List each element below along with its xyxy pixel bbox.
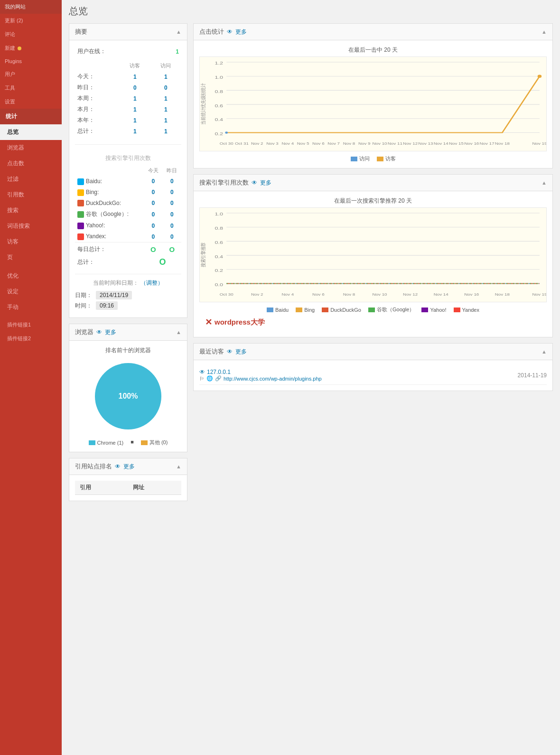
se-chart-body: 在最后一次搜索引擎推荐 20 天 1.0 0.8 0.6 0.4: [194, 191, 552, 337]
browser-collapse-button[interactable]: [176, 329, 181, 335]
sidebar-item-settings[interactable]: 设定: [0, 284, 62, 299]
sidebar-item-plugin-a[interactable]: 插件链接1: [0, 318, 62, 332]
svg-text:Nov 15: Nov 15: [449, 141, 464, 146]
sidebar-top-item-4[interactable]: 新建: [0, 41, 62, 55]
legend-box-yahoo: [421, 308, 428, 312]
se-row-baidu: Baidu: 0 0: [75, 176, 181, 187]
svg-text:Nov 11: Nov 11: [388, 141, 402, 146]
legend-label-bing: Bing: [304, 307, 315, 313]
sidebar-top-item-1[interactable]: 我的网站: [0, 0, 62, 14]
sidebar-item-visitors[interactable]: 访客: [0, 234, 62, 250]
clicks-chart-card: 点击统计 👁 更多 在最后一击中 20 天: [193, 23, 553, 168]
se-daily-today: O: [144, 242, 162, 256]
sidebar-item-filter[interactable]: 过滤: [0, 171, 62, 187]
visitors-collapse-button[interactable]: [541, 349, 547, 354]
sidebar-top-item-7[interactable]: 工具: [0, 81, 62, 95]
browser-title: 浏览器: [75, 328, 93, 336]
bing-icon: [77, 189, 84, 196]
svg-text:Nov 3: Nov 3: [266, 141, 279, 146]
summary-row-week: 本周： 1 1: [75, 93, 181, 104]
se-col-yesterday: 昨日: [163, 165, 181, 176]
clicks-chart-body: 在最后一击中 20 天 1.2 1.0 0.8 0.6: [194, 40, 552, 168]
referrer-table: 引用 网址: [75, 481, 181, 495]
sidebar-item-optimize[interactable]: 优化: [0, 268, 62, 284]
svg-text:Nov 4: Nov 4: [281, 141, 294, 146]
svg-text:Nov 13: Nov 13: [418, 141, 433, 146]
se-more-link[interactable]: 更多: [260, 179, 271, 187]
referrer-card-body: 引用 网址: [69, 475, 187, 501]
se-row-duckduckgo: DuckDuckGo: 0 0: [75, 198, 181, 209]
legend-box-baidu: [267, 308, 273, 312]
se-collapse-button[interactable]: [541, 180, 547, 186]
online-count: 1: [161, 46, 181, 57]
sidebar-item-search[interactable]: 搜索: [0, 203, 62, 218]
se-eye-icon: 👁: [252, 179, 257, 186]
clicks-chart-svg: 1.2 1.0 0.8 0.6 0.4 0.2 Oct 30: [199, 56, 547, 151]
se-col-today: 今天: [144, 165, 162, 176]
svg-text:当前统计优先级别统计: 当前统计优先级别统计: [200, 83, 206, 124]
sidebar-item-pages[interactable]: 页: [0, 250, 62, 265]
svg-text:Oct 30: Oct 30: [220, 292, 233, 297]
legend-yahoo: Yahoo!: [421, 306, 446, 313]
svg-text:Nov 14: Nov 14: [434, 292, 448, 297]
clicks-chart-subtitle: 在最后一击中 20 天: [199, 46, 547, 54]
sidebar-item-plugin-b[interactable]: 插件链接2: [0, 332, 62, 345]
sidebar-top-item-6[interactable]: 用户: [0, 67, 62, 81]
sidebar-item-clicks[interactable]: 点击数: [0, 156, 62, 171]
svg-point-13: [538, 75, 541, 78]
svg-text:Nov 19: Nov 19: [532, 292, 547, 297]
datetime-time-row: 时间： 09:16: [75, 301, 181, 310]
sidebar-section-stats: 统计: [0, 109, 62, 124]
summary-card-body: 用户在线： 1 访客 访问 今天： 1 1: [69, 40, 187, 317]
sidebar-item-manual[interactable]: 手动: [0, 299, 62, 315]
svg-text:0.2: 0.2: [215, 131, 224, 136]
svg-text:Nov 8: Nov 8: [343, 292, 355, 297]
se-total-val: O: [144, 255, 181, 269]
main-content: 总览 摘要 用户在线： 1: [62, 0, 560, 755]
visitor-ip: 👁 127.0.0.1: [199, 369, 322, 375]
datetime-section: 当前时间和日期： （调整） 日期： 2014/11/19 时间： 09:16: [75, 274, 181, 310]
visitor-eye-icon: 👁: [199, 369, 205, 375]
referrer-collapse-button[interactable]: [176, 464, 181, 469]
clicks-collapse-button[interactable]: [541, 29, 547, 35]
legend-label-chrome: Chrome (1): [97, 440, 124, 446]
pie-label: 100%: [119, 392, 138, 400]
left-column: 摘要 用户在线： 1 访客 访问: [69, 23, 187, 507]
sidebar-item-word-search[interactable]: 词语搜索: [0, 218, 62, 234]
adjust-link[interactable]: （调整）: [140, 280, 163, 286]
svg-text:Nov 17: Nov 17: [480, 141, 495, 146]
sidebar-top-item-8[interactable]: 设置: [0, 95, 62, 109]
sidebar-top-item-3[interactable]: 评论: [0, 28, 62, 41]
browser-more-link[interactable]: 更多: [105, 328, 116, 336]
visitor-detail: 🏳 🌐 🔗 http://www.cjcs.com/wp-admin/plugi…: [199, 375, 322, 382]
visitor-ip-link[interactable]: 127.0.0.1: [207, 369, 231, 375]
legend-baidu: Baidu: [267, 306, 289, 313]
legend-visitors: 访客: [377, 155, 396, 162]
clicks-chart-title: 点击统计: [199, 28, 224, 36]
referrer-table-header: 引用 网址: [75, 481, 181, 495]
sidebar-top-item-2[interactable]: 更新 (2): [0, 14, 62, 28]
sidebar-item-referrals[interactable]: 引用数: [0, 187, 62, 203]
summary-collapse-button[interactable]: [176, 29, 181, 35]
sidebar-top-item-5[interactable]: Plugins: [0, 55, 62, 67]
referrer-more-link[interactable]: 更多: [123, 463, 135, 471]
clicks-more-link[interactable]: 更多: [235, 28, 247, 36]
svg-text:Nov 14: Nov 14: [434, 141, 448, 146]
referrer-eye-icon: 👁: [115, 463, 121, 470]
legend-label-baidu: Baidu: [275, 307, 289, 313]
time-value: 09:16: [96, 301, 118, 310]
svg-text:0.4: 0.4: [215, 254, 224, 259]
sidebar-item-browser[interactable]: 浏览器: [0, 140, 62, 156]
se-chart-svg: 1.0 0.8 0.6 0.4 0.2 0.0 Oct 30 Nov 2: [199, 207, 547, 302]
legend-box-visits: [351, 157, 357, 161]
sidebar-item-overview[interactable]: 总览: [0, 124, 62, 140]
visitors-more-link[interactable]: 更多: [235, 348, 247, 356]
visitor-page-link[interactable]: http://www.cjcs.com/wp-admin/plugins.php: [224, 376, 322, 382]
legend-visits: 访问: [351, 155, 370, 162]
svg-text:Nov 9: Nov 9: [358, 141, 371, 146]
svg-text:0.8: 0.8: [215, 89, 224, 93]
legend-box-yandex: [454, 308, 460, 312]
legend-ddg: DuckDuckGo: [322, 306, 361, 313]
legend-label-yandex: Yandex: [462, 307, 480, 313]
pie-title: 排名前十的浏览器: [75, 346, 181, 354]
